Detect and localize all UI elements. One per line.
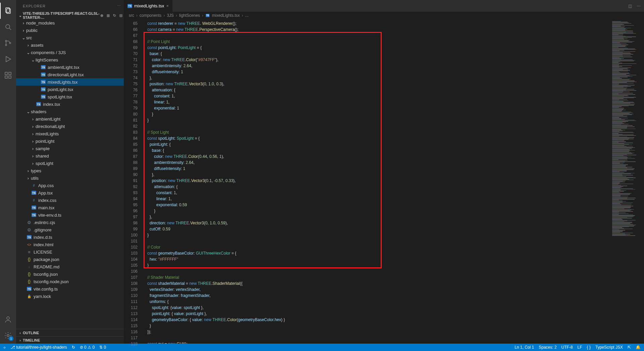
file-yarn_lock[interactable]: 🔒yarn.lock [16, 293, 124, 300]
source-control-activity-icon[interactable] [0, 35, 16, 51]
run-debug-activity-icon[interactable] [0, 51, 16, 67]
settings-activity-icon[interactable]: 1 [0, 327, 16, 344]
folder-shared[interactable]: ›shared [16, 152, 124, 160]
file-gitignore[interactable]: ⚙.gitignore [16, 226, 124, 233]
notifications-icon[interactable]: 🔔 [636, 345, 641, 350]
editor-menu-icon[interactable]: ⋯ [637, 4, 641, 8]
chevron-down-icon: ⌄ [17, 13, 23, 18]
chevron-right-icon: › [30, 131, 36, 136]
folder-lightScenes[interactable]: ⌄lightScenes [16, 56, 124, 63]
ts-icon: TS [31, 213, 37, 217]
cursor-position[interactable]: Ln 1, Col 1 [515, 345, 534, 350]
folder-pointLight[interactable]: ›pointLight [16, 137, 124, 145]
file-index_css[interactable]: #index.css [16, 196, 124, 204]
chevron-right-icon: › [30, 161, 36, 166]
new-file-icon[interactable]: ⊕ [100, 13, 103, 18]
folder-directionalLight[interactable]: ›directionalLight [16, 123, 124, 130]
accounts-activity-icon[interactable] [0, 311, 16, 327]
file-ambientLight_tsx[interactable]: TSambientLight.tsx [16, 63, 124, 71]
ports[interactable]: ⇅ 0 [99, 345, 106, 350]
folder-ambientLight[interactable]: ›ambientLight [16, 115, 124, 123]
file-index_d_ts[interactable]: TSindex.d.ts [16, 233, 124, 241]
eol[interactable]: LF [578, 345, 582, 350]
svg-point-2 [6, 25, 10, 29]
file-mixedLights_tsx[interactable]: TSmixedLights.tsx [16, 78, 124, 86]
chevron-right-icon: › [25, 176, 31, 181]
svg-point-12 [7, 335, 9, 337]
remote-icon[interactable]: ⟐ [3, 345, 6, 350]
svg-rect-10 [9, 72, 11, 75]
tab-mixedlights[interactable]: TS mixedLights.tsx × [124, 0, 172, 12]
file-package_json[interactable]: {}package.json [16, 256, 124, 263]
chevron-right-icon: › [30, 139, 36, 144]
file-vite_env[interactable]: TSvite-env.d.ts [16, 211, 124, 219]
indentation[interactable]: Spaces: 2 [539, 345, 556, 350]
file-app_tsx[interactable]: TSApp.tsx [16, 189, 124, 196]
new-folder-icon[interactable]: ⊞ [107, 13, 110, 18]
explorer-activity-icon[interactable] [0, 3, 16, 19]
folder-public[interactable]: ›public [16, 27, 124, 34]
folder-shaders[interactable]: ⌄shaders [16, 108, 124, 115]
chevron-right-icon: › [25, 43, 31, 48]
folder-components_3js[interactable]: ⌄components / 3JS [16, 49, 124, 56]
outline-panel[interactable]: ›OUTLINE [16, 329, 124, 336]
ts-icon: TS [26, 235, 32, 239]
folder-utils[interactable]: ›utils [16, 174, 124, 182]
typescript-icon: TS [127, 4, 132, 8]
folder-spotLight[interactable]: ›spotLight [16, 160, 124, 167]
file-pointLight_tsx[interactable]: TSpointLight.tsx [16, 86, 124, 93]
sidebar-title: EXPLORER ⋯ [16, 0, 124, 12]
language-mode[interactable]: TypeScript JSX [595, 345, 623, 350]
file-main_tsx[interactable]: TSmain.tsx [16, 204, 124, 211]
json-icon: {} [26, 257, 32, 262]
search-activity-icon[interactable] [0, 19, 16, 35]
svg-rect-8 [5, 76, 7, 78]
file-tsconfig_node[interactable]: {}tsconfig.node.json [16, 278, 124, 285]
close-icon[interactable]: × [166, 3, 169, 8]
file-index_html[interactable]: <>index.html [16, 241, 124, 248]
folder-src[interactable]: ⌄src [16, 34, 124, 41]
file-readme[interactable]: ↓README.md [16, 263, 124, 270]
breadcrumbs[interactable]: src› components› 3JS› lightScenes› TS mi… [124, 12, 644, 19]
extensions-activity-icon[interactable] [0, 67, 16, 83]
problems[interactable]: ⊘ 0 ⚠ 0 [80, 345, 95, 350]
sidebar-menu-icon[interactable]: ⋯ [117, 4, 121, 8]
cfg-icon: ⚙ [26, 220, 32, 225]
ts-icon: TS [40, 87, 46, 91]
svg-point-11 [7, 317, 9, 319]
svg-rect-9 [9, 76, 11, 78]
chevron-right-icon: › [25, 168, 31, 173]
workspace-header[interactable]: ⌄ VITE-THREEJS-TYPESCRIPT-REACT-GLSL-STA… [16, 12, 124, 19]
split-editor-icon[interactable]: ◫ [628, 4, 632, 8]
editor-body[interactable]: 6566676869707172737475767778798081828384… [124, 19, 644, 344]
html-icon: <> [26, 243, 32, 247]
svg-rect-0 [6, 8, 9, 12]
collapse-icon[interactable]: ⊟ [119, 13, 122, 18]
timeline-panel[interactable]: ›TIMELINE [16, 336, 124, 344]
md-icon: ↓ [26, 265, 32, 269]
encoding[interactable]: UTF-8 [561, 345, 573, 350]
braces[interactable]: { } [587, 345, 591, 350]
file-vite_config[interactable]: TSvite.config.ts [16, 285, 124, 293]
chevron-right-icon: › [30, 153, 36, 159]
file-tsconfig[interactable]: {}tsconfig.json [16, 270, 124, 278]
branch-name[interactable]: ⎇ tutorial/three-js/light-shaders [10, 345, 67, 350]
minimap[interactable] [610, 19, 644, 344]
code-content[interactable]: const renderer = new THREE. WebGLRendere… [143, 19, 610, 344]
folder-mixedLights[interactable]: ›mixedLights [16, 130, 124, 137]
file-spotLight_tsx[interactable]: TSspotLight.tsx [16, 93, 124, 100]
file-license[interactable]: ≡LICENSE [16, 248, 124, 256]
ts-icon: TS [40, 73, 46, 77]
folder-assets[interactable]: ›assets [16, 41, 124, 49]
file-eslintrc[interactable]: ⚙.eslintrc.cjs [16, 219, 124, 226]
folder-sample[interactable]: ›sample [16, 145, 124, 152]
file-index_tsx[interactable]: TSindex.tsx [16, 100, 124, 108]
sync-icon[interactable]: ↻ [72, 345, 75, 350]
ts-icon: TS [31, 206, 37, 210]
folder-types[interactable]: ›types [16, 167, 124, 174]
folder-node_modules[interactable]: ›node_modules [16, 19, 124, 27]
refresh-icon[interactable]: ↻ [113, 13, 116, 18]
file-app_css[interactable]: #App.css [16, 182, 124, 189]
file-directionalLight_tsx[interactable]: TSdirectionalLight.tsx [16, 71, 124, 78]
feedback-icon[interactable]: ⇱ [628, 345, 631, 350]
